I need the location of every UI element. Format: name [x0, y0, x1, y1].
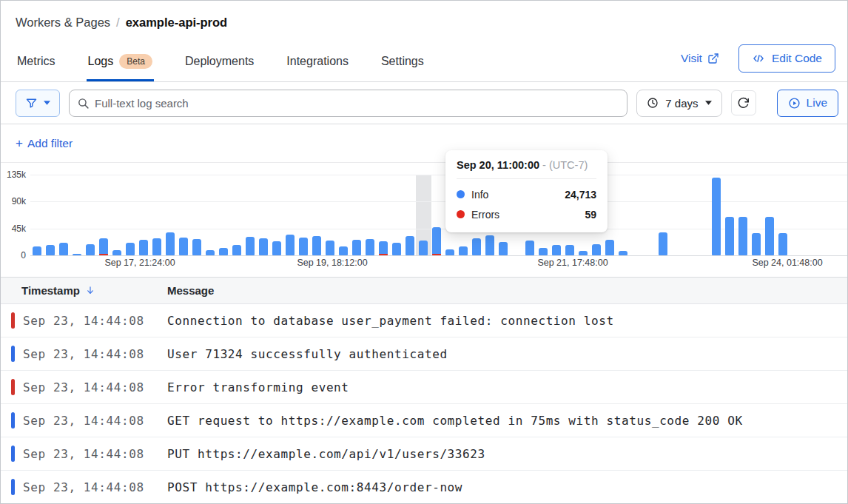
chart-bar[interactable] [752, 233, 761, 255]
chart-bar-error-segment [432, 254, 441, 255]
chart-bar[interactable] [33, 246, 41, 255]
search-input[interactable] [69, 90, 627, 117]
tooltip-row-info: Info24,713 [457, 184, 596, 204]
chart-bar[interactable] [406, 236, 414, 255]
chart-bar[interactable] [312, 236, 321, 255]
time-range-select[interactable]: 7 days [636, 90, 721, 117]
tab-deployments[interactable]: Deployments [184, 48, 255, 81]
log-row[interactable]: Sep 23, 14:44:08User 71324 successfully … [1, 337, 847, 371]
chart-bar[interactable] [765, 217, 774, 255]
tooltip-series-value: 59 [585, 209, 596, 221]
chart-bar[interactable] [552, 245, 561, 255]
chart-bar[interactable] [59, 243, 68, 255]
chart-bar[interactable] [579, 251, 588, 255]
tab-label: Deployments [185, 55, 254, 68]
chart-bar[interactable] [272, 241, 281, 255]
external-link-icon [707, 53, 719, 64]
tab-integrations[interactable]: Integrations [285, 48, 350, 81]
sort-desc-icon [85, 285, 95, 296]
x-axis-label: Sep 17, 21:24:00 [104, 258, 175, 268]
chart-bar[interactable] [179, 238, 188, 255]
log-timestamp: Sep 23, 14:44:08 [1, 414, 167, 428]
chart-bar[interactable] [592, 244, 601, 255]
chart-bar[interactable] [326, 241, 334, 255]
tab-logs[interactable]: LogsBeta [87, 48, 154, 81]
add-filter-button[interactable]: + Add filter [16, 136, 73, 151]
play-circle-icon [788, 97, 801, 110]
y-axis-label: 135k [1, 169, 26, 180]
chart-bar[interactable] [392, 243, 401, 255]
add-filter-label: Add filter [27, 137, 73, 150]
chart-bar[interactable] [192, 239, 201, 255]
chart-bar[interactable] [219, 248, 228, 255]
chart-bar[interactable] [472, 238, 481, 255]
chart-bar[interactable] [659, 232, 667, 255]
chart-bar[interactable] [112, 250, 121, 255]
chart-bar[interactable] [206, 250, 215, 255]
tab-metrics[interactable]: Metrics [16, 48, 57, 81]
chart-bar-error-segment [99, 254, 108, 255]
chart-bar[interactable] [485, 235, 494, 255]
chart-bar[interactable] [459, 246, 468, 255]
chart-bar[interactable] [725, 217, 734, 255]
chart-bar[interactable] [73, 254, 81, 255]
chart-bar[interactable] [445, 249, 454, 255]
chart-bar[interactable] [339, 246, 348, 255]
chart-bar[interactable] [525, 241, 534, 255]
filter-menu-button[interactable] [16, 90, 60, 117]
live-label: Live [807, 96, 827, 110]
tab-label: Logs [88, 55, 114, 68]
tooltip-datetime: Sep 20, 11:00:00 [457, 159, 539, 171]
column-header-message[interactable]: Message [167, 284, 847, 297]
refresh-button[interactable] [731, 90, 756, 115]
log-timestamp: Sep 23, 14:44:08 [1, 480, 167, 494]
chart-bar[interactable] [246, 237, 255, 255]
workers-logs-page: Workers & Pages / example-api-prod Metri… [0, 0, 848, 504]
live-button[interactable]: Live [777, 90, 838, 117]
chart-bar[interactable] [565, 245, 574, 255]
chart-bar[interactable] [352, 240, 361, 255]
chart-bar[interactable] [778, 233, 787, 255]
chart-bar[interactable] [232, 245, 241, 255]
chart-bar[interactable] [419, 241, 428, 255]
column-header-timestamp[interactable]: Timestamp [1, 284, 167, 297]
chart-bar[interactable] [286, 235, 295, 255]
chart-bar[interactable] [539, 248, 548, 255]
chart-bar[interactable] [738, 217, 747, 255]
log-level-indicator [11, 312, 15, 329]
chart-bar[interactable] [99, 238, 108, 255]
time-range-value: 7 days [665, 97, 698, 110]
tooltip-series-value: 24,713 [565, 189, 596, 201]
chart-bar[interactable] [86, 244, 95, 255]
log-toolbar: 7 days Live [1, 82, 847, 124]
tab-settings[interactable]: Settings [380, 48, 425, 81]
chart-bar[interactable] [166, 232, 175, 255]
code-icon [752, 52, 765, 65]
chart-bar[interactable] [46, 245, 55, 255]
visit-link[interactable]: Visit [681, 52, 719, 65]
log-row[interactable]: Sep 23, 14:44:08Connection to database u… [1, 304, 847, 337]
breadcrumb-root-link[interactable]: Workers & Pages [16, 16, 110, 30]
chart-bar[interactable] [432, 227, 441, 255]
chart-bar[interactable] [366, 239, 374, 255]
log-row[interactable]: Sep 23, 14:44:08GET request to https://e… [1, 404, 847, 437]
refresh-icon [737, 97, 750, 110]
edit-code-button[interactable]: Edit Code [738, 44, 835, 73]
chart-bar[interactable] [299, 238, 308, 255]
chart-bar[interactable] [619, 251, 627, 255]
log-row[interactable]: Sep 23, 14:44:08PUT https://example.com/… [1, 437, 847, 471]
search-icon [77, 97, 90, 110]
chart-bar[interactable] [126, 243, 135, 255]
log-row[interactable]: Sep 23, 14:44:08Error transforming event [1, 371, 847, 404]
chart-bar[interactable] [139, 240, 148, 255]
beta-badge: Beta [119, 54, 152, 69]
chart-bar[interactable] [605, 240, 614, 255]
chart-bar[interactable] [499, 242, 508, 255]
log-row[interactable]: Sep 23, 14:44:08POST https://example.com… [1, 471, 847, 504]
chart-bar[interactable] [259, 238, 268, 255]
chart-bar[interactable] [152, 238, 161, 255]
visit-label: Visit [681, 52, 702, 65]
chart-bar[interactable] [379, 241, 388, 255]
tooltip-row-errors: Errors59 [457, 204, 596, 224]
chart-bar[interactable] [712, 178, 721, 255]
